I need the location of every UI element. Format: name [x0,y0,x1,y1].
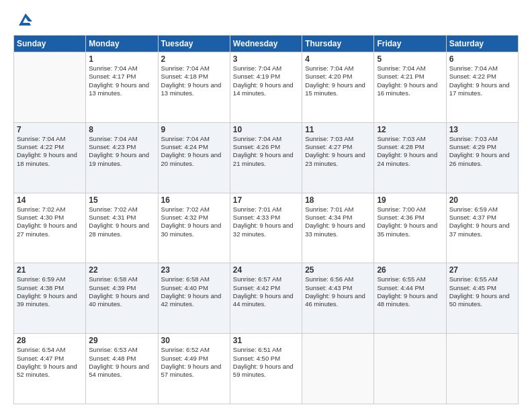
logo [13,11,35,28]
day-number: 2 [161,54,227,64]
calendar-week-3: 14Sunrise: 7:02 AMSunset: 4:30 PMDayligh… [14,193,519,263]
calendar-cell: 12Sunrise: 7:03 AMSunset: 4:28 PMDayligh… [374,122,446,193]
day-number: 8 [89,125,154,134]
calendar-cell: 6Sunrise: 7:04 AMSunset: 4:22 PMDaylight… [446,52,518,123]
calendar-cell: 3Sunrise: 7:04 AMSunset: 4:19 PMDaylight… [230,52,302,123]
calendar-cell: 9Sunrise: 7:04 AMSunset: 4:24 PMDaylight… [158,122,230,193]
calendar-cell: 25Sunrise: 6:56 AMSunset: 4:43 PMDayligh… [302,263,374,334]
day-info: Sunrise: 6:59 AMSunset: 4:37 PMDaylight:… [449,205,515,238]
day-number: 20 [449,195,515,205]
calendar-cell: 5Sunrise: 7:04 AMSunset: 4:21 PMDaylight… [374,52,446,123]
day-number: 29 [89,336,154,345]
day-info: Sunrise: 7:04 AMSunset: 4:23 PMDaylight:… [89,135,154,168]
day-number: 6 [449,54,515,64]
day-number: 19 [377,195,443,205]
day-info: Sunrise: 7:04 AMSunset: 4:24 PMDaylight:… [161,135,227,168]
weekday-friday: Friday [374,36,446,52]
calendar-cell: 27Sunrise: 6:55 AMSunset: 4:45 PMDayligh… [446,263,518,334]
calendar-cell [302,334,374,404]
day-number: 16 [161,195,227,205]
day-info: Sunrise: 7:04 AMSunset: 4:18 PMDaylight:… [161,64,227,97]
logo-icon [16,9,35,28]
calendar-cell: 24Sunrise: 6:57 AMSunset: 4:42 PMDayligh… [230,263,302,334]
calendar-cell: 4Sunrise: 7:04 AMSunset: 4:20 PMDaylight… [302,52,374,123]
day-info: Sunrise: 7:02 AMSunset: 4:30 PMDaylight:… [17,205,83,238]
calendar-cell [446,334,518,404]
calendar-cell: 21Sunrise: 6:59 AMSunset: 4:38 PMDayligh… [14,263,86,334]
calendar-cell [374,334,446,404]
calendar-week-4: 21Sunrise: 6:59 AMSunset: 4:38 PMDayligh… [14,263,519,334]
calendar-cell: 26Sunrise: 6:55 AMSunset: 4:44 PMDayligh… [374,263,446,334]
day-number: 17 [233,195,299,205]
calendar-week-5: 28Sunrise: 6:54 AMSunset: 4:47 PMDayligh… [14,334,519,404]
day-number: 15 [89,195,154,205]
day-info: Sunrise: 6:51 AMSunset: 4:50 PMDaylight:… [233,346,299,379]
calendar-cell: 1Sunrise: 7:04 AMSunset: 4:17 PMDaylight… [86,52,158,123]
calendar-cell: 15Sunrise: 7:02 AMSunset: 4:31 PMDayligh… [86,193,158,263]
day-number: 14 [17,195,83,205]
day-number: 18 [305,195,371,205]
calendar-cell: 19Sunrise: 7:00 AMSunset: 4:36 PMDayligh… [374,193,446,263]
day-number: 10 [233,125,299,134]
calendar-cell: 16Sunrise: 7:02 AMSunset: 4:32 PMDayligh… [158,193,230,263]
day-info: Sunrise: 7:00 AMSunset: 4:36 PMDaylight:… [377,205,443,238]
day-number: 9 [161,125,227,134]
day-info: Sunrise: 7:01 AMSunset: 4:34 PMDaylight:… [305,205,371,238]
day-number: 11 [305,125,371,134]
calendar-table: SundayMondayTuesdayWednesdayThursdayFrid… [13,35,519,404]
calendar-week-1: 1Sunrise: 7:04 AMSunset: 4:17 PMDaylight… [14,52,519,123]
day-number: 13 [449,125,515,134]
day-number: 30 [161,336,227,345]
svg-marker-0 [19,13,32,26]
day-info: Sunrise: 6:54 AMSunset: 4:47 PMDaylight:… [17,346,83,379]
day-number: 1 [89,54,154,64]
day-info: Sunrise: 7:04 AMSunset: 4:21 PMDaylight:… [377,64,443,97]
day-number: 24 [233,265,299,275]
weekday-saturday: Saturday [446,36,518,52]
day-info: Sunrise: 7:01 AMSunset: 4:33 PMDaylight:… [233,205,299,238]
day-number: 21 [17,265,83,275]
day-info: Sunrise: 7:03 AMSunset: 4:27 PMDaylight:… [305,135,371,168]
day-info: Sunrise: 7:04 AMSunset: 4:20 PMDaylight:… [305,64,371,97]
calendar-cell: 14Sunrise: 7:02 AMSunset: 4:30 PMDayligh… [14,193,86,263]
weekday-tuesday: Tuesday [158,36,230,52]
header [13,11,519,28]
day-number: 31 [233,336,299,345]
day-info: Sunrise: 7:04 AMSunset: 4:22 PMDaylight:… [449,64,515,97]
calendar-cell: 13Sunrise: 7:03 AMSunset: 4:29 PMDayligh… [446,122,518,193]
day-info: Sunrise: 7:04 AMSunset: 4:19 PMDaylight:… [233,64,299,97]
day-number: 4 [305,54,371,64]
calendar-cell: 30Sunrise: 6:52 AMSunset: 4:49 PMDayligh… [158,334,230,404]
weekday-thursday: Thursday [302,36,374,52]
day-number: 3 [233,54,299,64]
day-info: Sunrise: 6:56 AMSunset: 4:43 PMDaylight:… [305,275,371,308]
calendar-cell: 10Sunrise: 7:04 AMSunset: 4:26 PMDayligh… [230,122,302,193]
day-info: Sunrise: 7:04 AMSunset: 4:17 PMDaylight:… [89,64,154,97]
day-number: 7 [17,125,83,134]
day-info: Sunrise: 7:04 AMSunset: 4:26 PMDaylight:… [233,135,299,168]
day-number: 23 [161,265,227,275]
weekday-header-row: SundayMondayTuesdayWednesdayThursdayFrid… [14,36,519,52]
day-number: 22 [89,265,154,275]
day-number: 12 [377,125,443,134]
calendar-cell: 11Sunrise: 7:03 AMSunset: 4:27 PMDayligh… [302,122,374,193]
day-number: 5 [377,54,443,64]
calendar-cell: 2Sunrise: 7:04 AMSunset: 4:18 PMDaylight… [158,52,230,123]
day-info: Sunrise: 7:03 AMSunset: 4:28 PMDaylight:… [377,135,443,168]
day-info: Sunrise: 6:53 AMSunset: 4:48 PMDaylight:… [89,346,154,379]
day-info: Sunrise: 7:03 AMSunset: 4:29 PMDaylight:… [449,135,515,168]
calendar-week-2: 7Sunrise: 7:04 AMSunset: 4:22 PMDaylight… [14,122,519,193]
day-number: 28 [17,336,83,345]
calendar-cell: 8Sunrise: 7:04 AMSunset: 4:23 PMDaylight… [86,122,158,193]
day-info: Sunrise: 7:04 AMSunset: 4:22 PMDaylight:… [17,135,83,168]
weekday-monday: Monday [86,36,158,52]
day-number: 25 [305,265,371,275]
day-number: 27 [449,265,515,275]
calendar-cell: 18Sunrise: 7:01 AMSunset: 4:34 PMDayligh… [302,193,374,263]
day-info: Sunrise: 6:58 AMSunset: 4:40 PMDaylight:… [161,275,227,308]
day-info: Sunrise: 7:02 AMSunset: 4:31 PMDaylight:… [89,205,154,238]
day-info: Sunrise: 6:59 AMSunset: 4:38 PMDaylight:… [17,275,83,308]
weekday-wednesday: Wednesday [230,36,302,52]
calendar-page: SundayMondayTuesdayWednesdayThursdayFrid… [0,0,532,411]
day-info: Sunrise: 6:55 AMSunset: 4:44 PMDaylight:… [377,275,443,308]
